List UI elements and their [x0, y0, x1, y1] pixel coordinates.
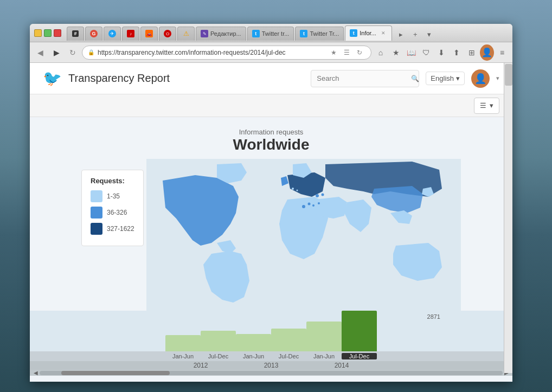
bar-group-5[interactable] — [306, 322, 342, 351]
tab-10[interactable]: t Twitter Tr... — [295, 27, 344, 41]
grid-button[interactable]: ⊞ — [465, 46, 479, 60]
page-content: 🐦 Transparency Report 🔍 English ▾ 👤 ▾ ☰ … — [30, 63, 512, 382]
language-selector[interactable]: English ▾ — [426, 72, 465, 85]
tab-8[interactable]: ✎ Редактир... — [196, 27, 246, 41]
tab-11-label: Infor... — [360, 30, 376, 36]
tab-1[interactable]: # — [67, 27, 84, 41]
legend-label-3: 327-1622 — [107, 225, 134, 233]
tab-6[interactable]: O — [159, 27, 176, 41]
address-star[interactable]: ★ — [328, 47, 339, 59]
home-button[interactable]: ⌂ — [374, 46, 388, 60]
shield-button[interactable]: 🛡 — [419, 46, 433, 60]
period-2[interactable]: Jul-Dec — [201, 353, 236, 359]
bar-group-3[interactable] — [236, 334, 271, 351]
tab-5[interactable]: 🚗 — [140, 27, 158, 41]
tab-add-button[interactable]: + — [409, 29, 421, 41]
year-2014: 2014 — [306, 362, 377, 369]
main-content: Information requests Worldwide Requests:… — [30, 117, 512, 382]
tab-8-favicon: ✎ — [201, 30, 208, 37]
tab-6-favicon: O — [164, 30, 171, 37]
tab-3[interactable]: ✈ — [104, 27, 121, 41]
address-refresh[interactable]: ↻ — [354, 47, 365, 59]
svg-point-5 — [322, 205, 324, 208]
period-1[interactable]: Jan-Jun — [165, 353, 201, 359]
minimize-button[interactable] — [34, 29, 42, 37]
svg-point-1 — [302, 205, 305, 208]
bookmark-button[interactable]: ★ — [389, 46, 403, 60]
legend-item-1: 1-35 — [91, 190, 134, 202]
tab-10-favicon: t — [300, 30, 307, 37]
bar-top-value: 2871 — [427, 313, 440, 320]
tab-11-close[interactable]: ✕ — [380, 29, 387, 37]
download-button[interactable]: ⬇ — [434, 46, 448, 60]
legend: Requests: 1-35 36-326 327-1622 — [81, 170, 144, 246]
bar-group-2[interactable] — [201, 331, 236, 351]
menu-button[interactable]: ≡ — [495, 46, 509, 60]
v-scrollbar-track[interactable] — [504, 63, 512, 373]
period-6-selected[interactable]: Jul-Dec — [342, 353, 377, 359]
v-scrollbar-thumb[interactable] — [505, 64, 512, 86]
site-header: 🐦 Transparency Report 🔍 English ▾ 👤 ▾ — [30, 63, 512, 94]
tab-more-button[interactable]: ▸ — [395, 29, 407, 41]
search-box[interactable]: 🔍 — [311, 70, 419, 87]
svg-point-9 — [400, 219, 403, 221]
tabs-bar: # G ✈ ♪ 🚗 O ⚠ — [67, 25, 508, 41]
tab-9-favicon: t — [252, 30, 260, 37]
tab-2[interactable]: G — [85, 27, 102, 41]
forward-button[interactable]: ▶ — [49, 46, 63, 60]
hamburger-button[interactable]: ☰ ▾ — [474, 98, 499, 114]
tab-4-favicon: ♪ — [127, 30, 134, 37]
back-button[interactable]: ◀ — [33, 46, 47, 60]
period-5[interactable]: Jan-Jun — [306, 353, 342, 359]
legend-item-3: 327-1622 — [91, 223, 134, 235]
refresh-button[interactable]: ↻ — [66, 46, 80, 60]
address-reader[interactable]: ☰ — [341, 47, 352, 59]
tab-4[interactable]: ♪ — [122, 27, 139, 41]
svg-point-12 — [297, 190, 298, 191]
bar-5 — [306, 322, 342, 351]
header-user-arrow[interactable]: ▾ — [496, 75, 499, 82]
maximize-button[interactable] — [44, 29, 52, 37]
user-avatar-button[interactable]: 👤 — [480, 46, 494, 60]
h-scroll-left[interactable]: ◀ — [32, 370, 40, 376]
bar-3 — [236, 334, 271, 351]
h-scroll-track[interactable] — [40, 371, 503, 375]
address-bar-container: 🔒 ★ ☰ ↻ — [82, 46, 371, 60]
close-button[interactable] — [54, 29, 61, 37]
map-container: Requests: 1-35 36-326 327-1622 — [81, 159, 461, 311]
h-scroll-thumb[interactable] — [61, 371, 170, 375]
legend-color-3 — [91, 223, 102, 235]
tab-7[interactable]: ⚠ — [177, 27, 195, 41]
h-scrollbar: ◀ ▶ — [30, 370, 512, 376]
bar-group-1[interactable] — [165, 335, 201, 351]
lock-icon: 🔒 — [88, 49, 94, 55]
svg-point-7 — [316, 194, 319, 197]
svg-point-6 — [327, 204, 329, 206]
svg-point-10 — [406, 216, 408, 219]
period-4[interactable]: Jul-Dec — [271, 353, 306, 359]
address-input[interactable] — [98, 49, 324, 56]
search-input[interactable] — [317, 74, 408, 82]
reader-button[interactable]: 📖 — [404, 46, 418, 60]
map-subtitle: Information requests — [233, 128, 309, 136]
tab-1-favicon: # — [72, 30, 79, 37]
legend-item-2: 36-326 — [91, 207, 134, 219]
legend-color-1 — [91, 190, 102, 202]
search-icon: 🔍 — [411, 75, 419, 82]
tab-menu-button[interactable]: ▾ — [423, 29, 435, 41]
hamburger-arrow-icon: ▾ — [490, 101, 493, 110]
tab-11-favicon: t — [350, 29, 357, 37]
header-user-avatar[interactable]: 👤 — [471, 69, 490, 88]
twitter-logo-icon: 🐦 — [43, 69, 62, 87]
bar-group-6[interactable] — [342, 311, 377, 351]
bar-1 — [165, 335, 201, 351]
tab-11-active[interactable]: t Infor... ✕ — [345, 25, 392, 41]
legend-color-2 — [91, 207, 102, 219]
tab-8-label: Редактир... — [210, 30, 241, 37]
upload-button[interactable]: ⬆ — [450, 46, 464, 60]
hamburger-icon: ☰ — [480, 101, 486, 110]
bar-group-4[interactable] — [271, 329, 306, 351]
period-3[interactable]: Jan-Jun — [236, 353, 271, 359]
tab-9[interactable]: t Twitter tr... — [247, 27, 294, 41]
x-axis-years: 2012 2013 2014 — [30, 361, 512, 370]
